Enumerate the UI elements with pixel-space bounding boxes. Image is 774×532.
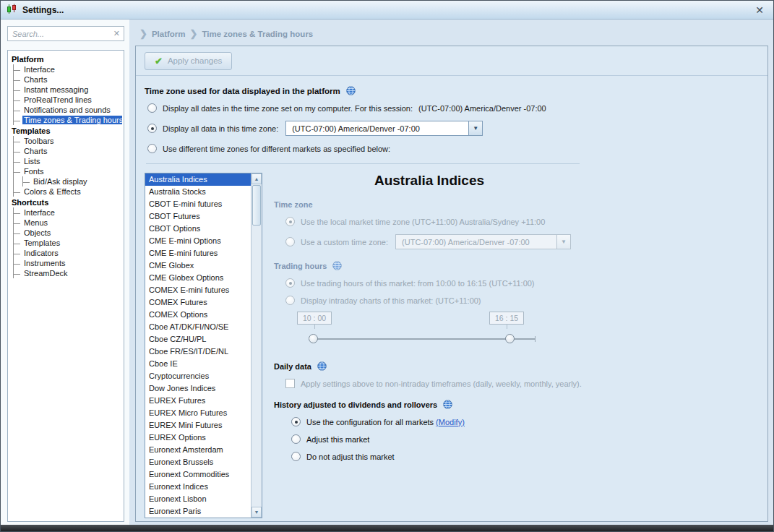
market-list-item[interactable]: Cryptocurrencies	[145, 370, 251, 382]
market-list-item[interactable]: EUREX Mini Futures	[145, 419, 251, 432]
radio-market-trading-hours[interactable]	[285, 278, 295, 288]
market-list-item[interactable]: CME Globex	[145, 259, 251, 272]
tree-item-streamdeck[interactable]: StreamDeck	[14, 268, 122, 278]
market-timezone-combobox[interactable]: (UTC-07:00) America/Denver -07:00 ▼	[395, 234, 571, 249]
tree-item-timezones-trading-hours[interactable]: Time zones & Trading hours	[14, 115, 122, 125]
tree-item-label: Indicators	[22, 249, 122, 257]
option-computer-label: Display all dates in the time zone set o…	[163, 104, 413, 113]
option-custom-timezone[interactable]: Display all data in this time zone: (UTC…	[147, 121, 759, 136]
radio-adjust-market[interactable]	[291, 434, 301, 444]
market-list-item[interactable]: CME E-mini Options	[145, 235, 251, 247]
tree-group-label-shortcuts[interactable]: Shortcuts	[9, 197, 122, 207]
market-list-item[interactable]: EUREX Options	[145, 432, 251, 444]
market-list-item[interactable]: Cboe AT/DK/FI/NO/SE	[145, 321, 251, 333]
market-list-item[interactable]: COMEX Options	[145, 309, 251, 321]
radio-computer-timezone[interactable]	[147, 103, 157, 113]
option-local-market-timezone[interactable]: Use the local market time zone (UTC+11:0…	[285, 217, 589, 226]
combobox-dropdown-button[interactable]: ▼	[556, 235, 570, 249]
market-list-item[interactable]: COMEX Futures	[145, 296, 251, 309]
market-list-scrollbar[interactable]: ▲ ▼	[251, 173, 262, 518]
tree-nested-children: Bid/Ask display	[22, 176, 122, 186]
tree-item-lists[interactable]: Lists	[14, 156, 122, 166]
apply-changes-button[interactable]: ✔ Apply changes	[145, 52, 232, 70]
tree-item-label: Interface	[22, 65, 122, 74]
option-market-custom-timezone[interactable]: Use a custom time zone: (UTC-07:00) Amer…	[285, 234, 589, 249]
slider-handle-to[interactable]	[505, 334, 515, 343]
tree-item-shortcuts-interface[interactable]: Interface	[14, 207, 122, 218]
search-input[interactable]	[7, 26, 124, 41]
tree-item-fonts[interactable]: Fonts	[14, 166, 122, 176]
globe-icon	[332, 261, 342, 270]
option-daily-data[interactable]: Apply settings above to non-intraday tim…	[285, 379, 589, 388]
tree-item-bid-ask-display[interactable]: Bid/Ask display	[23, 176, 122, 186]
option-history-all-markets[interactable]: Use the configuration for all markets(Mo…	[291, 417, 589, 426]
option-per-market-timezones[interactable]: Use different time zones for different m…	[147, 144, 759, 153]
tree-item-charts[interactable]: Charts	[14, 74, 122, 85]
radio-market-custom-timezone[interactable]	[285, 237, 295, 246]
timezone-combobox[interactable]: (UTC-07:00) America/Denver -07:00 ▼	[285, 121, 483, 136]
market-list-item[interactable]: Cboe CZ/HU/PL	[145, 333, 251, 346]
market-list-item[interactable]: Australia Indices	[145, 173, 251, 186]
tree-item-notifications-sounds[interactable]: Notifications and sounds	[14, 105, 122, 115]
tree-item-colors-effects[interactable]: Colors & Effects	[14, 186, 122, 197]
market-list-item[interactable]: Euronext Amsterdam	[145, 444, 251, 456]
option-computer-timezone[interactable]: Display all dates in the time zone set o…	[147, 103, 759, 113]
timezone-section-title-text: Time zone used for data displayed in the…	[145, 87, 340, 95]
market-list-item[interactable]: Euronext Brussels	[145, 456, 251, 468]
market-list-item[interactable]: EUREX Futures	[145, 395, 251, 407]
tree-item-instant-messaging[interactable]: Instant messaging	[14, 85, 122, 95]
search-clear-icon[interactable]: ✕	[113, 29, 120, 38]
scroll-down-icon[interactable]: ▼	[251, 507, 262, 518]
market-list-item[interactable]: Euronext Lisbon	[145, 493, 251, 505]
market-list-item[interactable]: EUREX Micro Futures	[145, 407, 251, 419]
market-list-item[interactable]: COMEX E-mini futures	[145, 284, 251, 296]
settings-tree: Platform Interface Charts Instant messag…	[7, 50, 124, 522]
radio-no-adjust-market[interactable]	[291, 452, 301, 461]
modify-link[interactable]: (Modify)	[436, 418, 465, 426]
option-no-adjust-market[interactable]: Do not adjust this market	[291, 452, 589, 461]
tree-item-menus[interactable]: Menus	[14, 218, 122, 228]
market-list-item[interactable]: CBOT Options	[145, 223, 251, 235]
market-list-item[interactable]: Euronext Indices	[145, 481, 251, 493]
option-adjust-market[interactable]: Adjust this market	[291, 434, 589, 444]
combobox-dropdown-button[interactable]: ▼	[468, 121, 482, 135]
option-intraday-charts[interactable]: Display intraday charts of this market: …	[285, 296, 589, 305]
market-list-item[interactable]: Australia Stocks	[145, 186, 251, 198]
tree-item-interface[interactable]: Interface	[14, 64, 122, 74]
radio-local-market-timezone[interactable]	[285, 217, 295, 226]
radio-per-market-timezones[interactable]	[147, 144, 157, 153]
close-icon[interactable]: ✕	[753, 4, 766, 16]
market-list-item[interactable]: CBOT Futures	[145, 210, 251, 223]
market-list-item[interactable]: CME E-mini futures	[145, 247, 251, 259]
daily-data-checkbox[interactable]	[285, 379, 295, 388]
scrollbar-thumb[interactable]	[252, 185, 261, 226]
tree-item-instruments[interactable]: Instruments	[14, 258, 122, 268]
tree-item-toolbars[interactable]: Toolbars	[14, 136, 122, 146]
market-list-item[interactable]: Cboe IE	[145, 358, 251, 370]
market-list-item[interactable]: Euronext Commodities	[145, 468, 251, 481]
option-daily-data-label: Apply settings above to non-intraday tim…	[301, 379, 582, 388]
tree-item-objects[interactable]: Objects	[14, 228, 122, 238]
radio-intraday-charts[interactable]	[285, 296, 295, 305]
scroll-up-icon[interactable]: ▲	[251, 173, 262, 184]
tree-item-prorealtrend-lines[interactable]: ProRealTrend lines	[14, 95, 122, 105]
history-options: Use the configuration for all markets(Mo…	[270, 417, 589, 461]
market-list-item[interactable]: Euronext Paris	[145, 505, 251, 518]
option-market-trading-hours[interactable]: Use trading hours of this market: from 1…	[285, 278, 589, 288]
tree-item-templates-charts[interactable]: Charts	[14, 146, 122, 156]
radio-custom-timezone[interactable]	[147, 124, 157, 133]
market-list-item[interactable]: CBOT E-mini futures	[145, 198, 251, 210]
market-list-item[interactable]: Dow Jones Indices	[145, 382, 251, 395]
slider-handle-from[interactable]	[309, 334, 318, 343]
tree-group-label-templates[interactable]: Templates	[9, 126, 122, 136]
tree-item-shortcuts-templates[interactable]: Templates	[14, 238, 122, 248]
breadcrumb-platform[interactable]: Platform	[152, 30, 186, 38]
slider-to-value: 16 : 15	[489, 312, 524, 325]
tree-group-label-platform[interactable]: Platform	[9, 54, 122, 64]
tree-item-indicators[interactable]: Indicators	[14, 248, 122, 258]
radio-history-all-markets[interactable]	[291, 417, 301, 426]
check-icon: ✔	[155, 56, 163, 66]
option-no-adjust-market-label: Do not adjust this market	[306, 452, 395, 461]
market-list-item[interactable]: Cboe FR/ES/IT/DE/NL	[145, 346, 251, 358]
market-list-item[interactable]: CME Globex Options	[145, 272, 251, 284]
